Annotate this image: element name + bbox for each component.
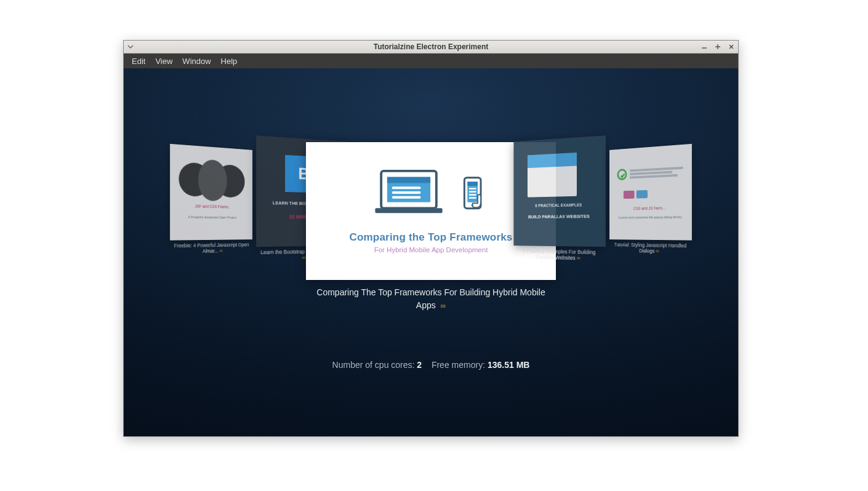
- content-area: JSF and CSS Frame.. A Powerful Javascrip…: [124, 68, 738, 436]
- laptop-icon: [372, 169, 445, 217]
- menu-window[interactable]: Window: [178, 55, 215, 67]
- free-memory-label: Free memory:: [432, 360, 485, 370]
- center-illustration: [372, 169, 489, 218]
- svg-rect-7: [387, 177, 430, 183]
- close-button[interactable]: [725, 41, 738, 53]
- menu-view[interactable]: View: [151, 55, 177, 67]
- minimize-button[interactable]: [697, 41, 711, 53]
- svg-rect-17: [469, 194, 476, 195]
- cpu-cores-value: 2: [417, 360, 422, 370]
- link-icon: ∞: [302, 255, 306, 261]
- link-icon: ∞: [577, 255, 581, 261]
- link-icon: ∞: [656, 248, 659, 254]
- cpu-cores-label: Number of cpu cores:: [332, 360, 415, 370]
- menu-help[interactable]: Help: [217, 55, 242, 67]
- svg-rect-11: [375, 208, 442, 213]
- carousel-slide-left-2[interactable]: JSF and CSS Frame.. A Powerful Javascrip…: [170, 144, 252, 255]
- center-card-title: Comparing the Top Frameworks: [349, 231, 512, 244]
- svg-rect-15: [469, 188, 476, 190]
- slide-caption: 6 Practical Examples For Building Parall…: [523, 248, 595, 261]
- system-stats: Number of cpu cores: 2 Free memory: 136.…: [124, 360, 738, 370]
- window-menu-button[interactable]: [124, 45, 137, 49]
- svg-rect-18: [469, 197, 476, 199]
- carousel-slide-right-2[interactable]: CSS and JS Farm... Control and customize…: [609, 144, 692, 255]
- menu-edit[interactable]: Edit: [127, 55, 150, 67]
- phone-icon: [462, 175, 487, 215]
- maximize-button[interactable]: [711, 41, 725, 53]
- link-icon: ∞: [220, 248, 223, 253]
- carousel-slide-right-1[interactable]: 6 PRACTICAL EXAMPLES BUILD PARALLAX WEBS…: [513, 135, 605, 261]
- menu-bar: Edit View Window Help: [124, 54, 738, 68]
- carousel[interactable]: JSF and CSS Frame.. A Powerful Javascrip…: [124, 142, 738, 314]
- free-memory-value: 136.51 MB: [488, 360, 529, 370]
- window-title: Tutorialzine Electron Experiment: [124, 42, 738, 51]
- link-icon[interactable]: ∞: [441, 301, 446, 310]
- slide-caption: Tutorial: Styling Javascript Handled Dia…: [614, 242, 686, 254]
- app-window: Tutorialzine Electron Experiment Edit Vi…: [123, 40, 739, 437]
- svg-rect-8: [392, 186, 421, 189]
- svg-rect-16: [469, 191, 476, 193]
- title-bar[interactable]: Tutorialzine Electron Experiment: [124, 41, 738, 54]
- center-card-subtitle: For Hybrid Mobile App Development: [374, 246, 488, 253]
- svg-rect-9: [392, 191, 421, 194]
- slide-caption: Freebie: 4 Powerful Javascript Open Alma…: [174, 242, 249, 254]
- svg-rect-14: [467, 182, 478, 186]
- svg-rect-10: [392, 196, 421, 199]
- slide-caption: Comparing The Top Frameworks For Buildin…: [316, 287, 545, 310]
